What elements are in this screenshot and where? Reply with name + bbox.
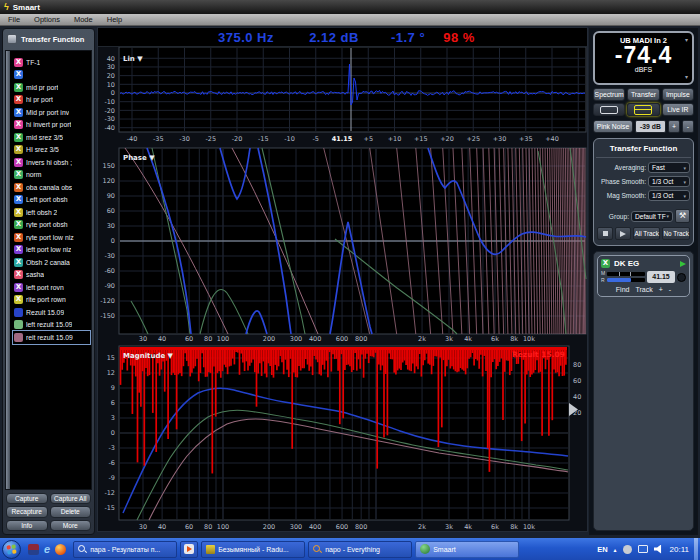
split-pane-button[interactable] — [627, 103, 659, 116]
trace-list-item[interactable]: XHI srez 3/5 — [13, 144, 90, 157]
trace-list-item[interactable]: Xoba canala obs — [13, 181, 90, 194]
delay-value[interactable]: 41.15 — [647, 271, 675, 283]
menu-help[interactable]: Help — [107, 15, 122, 24]
taskbar-button[interactable]: napo - Everything — [308, 541, 412, 558]
trace-list-item[interactable]: Xryte port obsh — [13, 219, 90, 232]
trace-list-item[interactable]: Xleft port rovn — [13, 281, 90, 294]
single-pane-button[interactable] — [593, 103, 625, 116]
trace-list-item[interactable]: XObsh 2 canala — [13, 256, 90, 269]
trace-list-item[interactable]: Rezult 15.09 — [13, 306, 90, 319]
trace-x-checkbox-icon[interactable]: X — [14, 120, 23, 129]
trace-x-checkbox-icon[interactable]: X — [14, 158, 23, 167]
trace-x-checkbox-icon[interactable]: X — [14, 70, 23, 79]
trace-x-checkbox-icon[interactable]: X — [14, 183, 23, 192]
menu-mode[interactable]: Mode — [74, 15, 93, 24]
volume-icon[interactable] — [654, 545, 664, 554]
tab-spectrum[interactable]: Spectrum — [593, 88, 625, 101]
trace-visibility-x-icon[interactable]: X — [601, 259, 610, 268]
all-track-button[interactable]: All Track — [633, 227, 660, 240]
chevron-down-icon[interactable]: ▾ — [685, 36, 688, 43]
show-desktop-button[interactable] — [694, 538, 698, 560]
trace-list-item[interactable]: XMid pr port inv — [13, 106, 90, 119]
trace-x-checkbox-icon[interactable]: X — [14, 170, 23, 179]
browser-icon[interactable] — [55, 544, 66, 555]
trace-x-checkbox-icon[interactable]: X — [14, 83, 23, 92]
trace-x-checkbox-icon[interactable]: X — [14, 195, 23, 204]
internet-explorer-icon[interactable]: e — [44, 544, 50, 555]
plots-canvas[interactable]: 403020100-10-20-30-40-40-35-30-25-20-15-… — [98, 47, 589, 533]
sidebar-checkbox[interactable] — [7, 34, 17, 44]
trace-color-swatch[interactable] — [14, 320, 23, 329]
no-track-button[interactable]: No Track — [662, 227, 690, 240]
trace-x-checkbox-icon[interactable]: X — [14, 95, 23, 104]
trace-list-item[interactable]: X — [13, 69, 90, 82]
trace-x-checkbox-icon[interactable]: X — [14, 283, 23, 292]
taskbar-button[interactable]: Безымянный - Radu... — [201, 541, 305, 558]
trace-list-item[interactable]: XInvers hi obsh ; — [13, 156, 90, 169]
chevron-down-icon[interactable]: ▾ — [685, 73, 688, 80]
start-button[interactable] — [2, 540, 21, 559]
trace-list-item[interactable]: Xrite port rown — [13, 294, 90, 307]
averaging-select[interactable]: Fast▾ — [648, 162, 690, 173]
trace-x-checkbox-icon[interactable]: X — [14, 133, 23, 142]
trace-x-checkbox-icon[interactable]: X — [14, 295, 23, 304]
delay-minus-button[interactable]: - — [669, 286, 671, 293]
trace-list-item[interactable]: Xmid srez 3/5 — [13, 131, 90, 144]
level-down-button[interactable]: - — [682, 120, 694, 133]
generator-level[interactable]: -39 dB — [635, 120, 666, 133]
trace-list-item[interactable]: reit rezult 15.09 — [13, 331, 90, 344]
run-button[interactable] — [615, 227, 631, 240]
input-meter[interactable]: UB MADI In 2 ▾ -74.4 dBFS ▾ — [593, 31, 694, 85]
hidden-icons-arrow-icon[interactable]: ▴ — [614, 546, 617, 553]
trace-list-item[interactable]: Xhi invert pr port — [13, 119, 90, 132]
phase-smooth-select[interactable]: 1/3 Oct▾ — [648, 176, 690, 187]
trace-color-swatch[interactable] — [14, 308, 23, 317]
capture-button[interactable]: Capture — [6, 493, 48, 504]
group-manager-button[interactable]: ⚒ — [675, 209, 690, 223]
trace-x-checkbox-icon[interactable]: X — [14, 258, 23, 267]
trace-x-checkbox-icon[interactable]: X — [14, 233, 23, 242]
trace-list-item[interactable]: XTF-1 — [13, 56, 90, 69]
track-button[interactable]: Track — [635, 286, 652, 293]
track-entry[interactable]: X DK EG M R 41.15 — [597, 255, 690, 297]
group-select[interactable]: Default TF▾ — [631, 211, 673, 222]
tab-transfer[interactable]: Transfer — [627, 88, 659, 101]
tab-impulse[interactable]: Impulse — [662, 88, 694, 101]
menu-file[interactable]: File — [8, 15, 20, 24]
trace-list-item[interactable]: XLeft port obsh — [13, 194, 90, 207]
trace-list-item[interactable]: Xmid pr port — [13, 81, 90, 94]
trace-x-checkbox-icon[interactable]: X — [14, 270, 23, 279]
taskbar-button[interactable]: Smaart — [415, 541, 519, 558]
recapture-button[interactable]: Recapture — [6, 506, 48, 517]
delete-button[interactable]: Delete — [50, 506, 92, 517]
trace-list-item[interactable]: Xnorm — [13, 169, 90, 182]
more-button[interactable]: More — [50, 520, 92, 531]
trace-color-swatch[interactable] — [14, 333, 23, 342]
tray-app-icon[interactable] — [623, 545, 632, 554]
trace-list-item[interactable]: Xleft obsh 2 — [13, 206, 90, 219]
info-button[interactable]: Info — [6, 520, 48, 531]
mag-smooth-select[interactable]: 1/3 Oct▾ — [648, 190, 690, 201]
trace-x-checkbox-icon[interactable]: X — [14, 208, 23, 217]
trace-x-checkbox-icon[interactable]: X — [14, 58, 23, 67]
trace-list-item[interactable]: Xryte port low niz — [13, 231, 90, 244]
menu-options[interactable]: Options — [34, 15, 60, 24]
live-ir-button[interactable]: Live IR — [662, 103, 694, 116]
trace-x-checkbox-icon[interactable]: X — [14, 108, 23, 117]
trace-x-checkbox-icon[interactable]: X — [14, 245, 23, 254]
find-button[interactable]: Find — [616, 286, 630, 293]
taskbar-button[interactable]: пара - Результаты п... — [73, 541, 177, 558]
trace-x-checkbox-icon[interactable]: X — [14, 145, 23, 154]
level-up-button[interactable]: + — [668, 120, 680, 133]
language-indicator[interactable]: EN — [597, 545, 607, 554]
network-icon[interactable] — [638, 545, 648, 553]
taskbar-button[interactable] — [180, 541, 198, 558]
clock[interactable]: 20:11 — [670, 545, 689, 554]
trace-x-checkbox-icon[interactable]: X — [14, 220, 23, 229]
window-titlebar[interactable]: ϟ Smaart — [0, 0, 700, 14]
trace-list-item[interactable]: Xsasha — [13, 269, 90, 282]
capture-all-button[interactable]: Capture All — [50, 493, 92, 504]
pinned-app-icon[interactable] — [28, 544, 39, 555]
trace-list-item[interactable]: Xleft port low niz — [13, 244, 90, 257]
stop-button[interactable] — [597, 227, 613, 240]
